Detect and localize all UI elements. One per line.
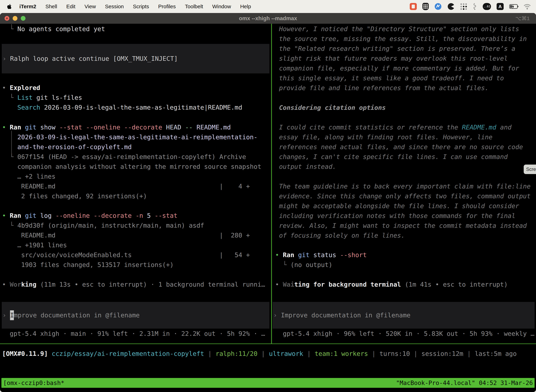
pane-right[interactable]: However, I noticed the "Directory Struct… [272, 24, 536, 344]
text-segment: slight risk that future readers may over… [275, 55, 508, 62]
text-segment: 2 files changed, 92 insertions(+) [2, 192, 147, 200]
terminal-line: including verification notes with those … [275, 211, 536, 221]
terminal-line: I could cite commit statistics or refere… [275, 122, 536, 132]
terminal-line: companion analysis without altering the … [2, 162, 271, 172]
window-title: omx --xhigh --madmax [0, 13, 536, 24]
disk-pie-icon[interactable] [447, 3, 455, 10]
dots-grid-icon[interactable] [460, 3, 467, 10]
text-segment: 4b9d30f (origin/main, instructkr/main, m… [17, 222, 204, 229]
terminal-line: • Ran git show --stat --oneline --decora… [2, 122, 271, 132]
tmux-status-bar: [omx-cczip0:bash* "MacBook-Pro-44.local"… [1, 378, 535, 388]
shield-grid-icon[interactable] [422, 3, 429, 10]
text-segment: companion file, especially if more comme… [275, 65, 519, 72]
omx-status-segment: session:12m [421, 350, 463, 357]
terminal-line: review. Also, I might want to inspect th… [275, 221, 536, 231]
apple-menu-icon[interactable] [7, 4, 12, 9]
wifi-icon[interactable] [523, 3, 531, 10]
text-segment: 2026-03-09-is-legal-the-same-as-legitima… [40, 104, 242, 111]
iterm-window: omx --xhigh --madmax ⌥⌘1 └ No agents com… [0, 13, 536, 392]
prompt-input[interactable]: › Improve documentation in @filename [2, 302, 269, 329]
text-segment: (1m 41s • esc to interrupt) [401, 281, 508, 288]
text-segment: --short [336, 251, 367, 258]
terminal-line: The team guideline is to back every impo… [275, 182, 536, 191]
tmux-session-label: [omx-cczip0:bash* [3, 378, 64, 388]
terminal-line: • Ran git status --short [275, 250, 536, 260]
terminal-line: output instead. [275, 162, 536, 172]
omx-status-segment: ultrawork [269, 350, 303, 357]
menu-item-window[interactable]: Window [212, 4, 231, 9]
text-segment: └ [2, 153, 17, 160]
text-segment: › [273, 310, 281, 320]
tmux-panes: └ No agents completed yet› Ralph loop ac… [0, 24, 536, 344]
text-segment: README.md | 280 + [2, 232, 250, 239]
text-segment: (no output) [291, 261, 332, 268]
text-segment: • [275, 251, 283, 258]
text-segment: No agents completed yet [17, 25, 105, 33]
text-segment: log [36, 212, 52, 219]
terminal-line: and-the-erosion-of-copyleft.md [2, 142, 271, 152]
terminal-line: └ No agents completed yet [2, 24, 271, 34]
terminal-line: └ 4b9d30f (origin/main, instructkr/main,… [2, 221, 271, 230]
menu-item-iterm2[interactable]: iTerm2 [19, 4, 36, 9]
text-segment: README.md [462, 124, 496, 131]
terminal-line: However, I noticed the "Directory Struct… [275, 24, 536, 34]
text-segment: • [2, 212, 10, 219]
menu-item-edit[interactable]: Edit [66, 4, 76, 9]
menu-item-scripts[interactable]: Scripts [133, 4, 149, 9]
text-segment: List [17, 94, 33, 101]
text-segment: Improve documentation in @filename [281, 310, 411, 320]
blue-badge-icon[interactable] [434, 3, 442, 10]
terminal-line: of focusing solely on file lines. [275, 231, 536, 240]
text-segment: └ [2, 222, 17, 229]
menu-item-view[interactable]: View [85, 4, 96, 9]
terminal-line: … +2 lines [2, 172, 271, 182]
a-app-icon[interactable]: A [497, 3, 504, 10]
terminal-line: 2 files changed, 92 insertions(+) [2, 191, 271, 201]
text-segment: changes, I can't cite specific file line… [275, 153, 508, 160]
menu-item-profiles[interactable]: Profiles [158, 4, 176, 9]
ralph-loop-input[interactable]: › Ralph loop active continue [OMX_TMUX_I… [2, 44, 269, 73]
text-segment: However, I noticed the "Directory Struct… [275, 25, 519, 33]
text-segment: and [496, 124, 512, 131]
omx-status-segment: | [303, 350, 315, 357]
terminal-line: • Ran git log --oneline --decorate -n 5 … [2, 211, 271, 221]
battery-charging-icon[interactable] [509, 4, 518, 9]
screen-share-button[interactable]: Scre [524, 165, 536, 174]
text-segment: └ [2, 94, 17, 101]
terminal-line: Search 2026-03-09-is-legal-the-same-as-l… [2, 103, 271, 112]
title-bar: omx --xhigh --madmax ⌥⌘1 [0, 13, 536, 24]
terminal-line: … +1901 lines [2, 240, 271, 250]
text-segment: provide file and line references from th… [275, 84, 489, 92]
terminal-line: changes, I can't cite specific file line… [275, 152, 536, 162]
text-segment: and-the-erosion-of-copyleft.md [2, 143, 132, 150]
prompt-input[interactable]: › Improve documentation in @filename [273, 302, 535, 329]
hook-icon[interactable] [473, 3, 477, 10]
terminal-line: essay file, along with finding root file… [275, 132, 536, 142]
text-segment: git [294, 251, 310, 258]
screenshot-chat-icon[interactable] [410, 3, 417, 10]
text-segment: Ran [10, 212, 21, 219]
text-segment: Search [17, 104, 40, 111]
menu-status-icons: ..61A [410, 3, 531, 10]
text-segment: I could cite commit statistics or refere… [275, 124, 462, 131]
pane-left[interactable]: └ No agents completed yet› Ralph loop ac… [0, 24, 271, 344]
menu-item-toolbelt[interactable]: Toolbelt [185, 4, 203, 9]
text-segment: … +1901 lines [2, 242, 67, 249]
text-segment: show [36, 124, 55, 131]
tmux-host-clock-label: "MacBook-Pro-44.local" 04:52 31-Mar-26 [396, 378, 533, 388]
text-segment: references need actual files, and since … [275, 143, 523, 150]
menu-item-session[interactable]: Session [105, 4, 124, 9]
text-segment: review. Also, I might want to inspect th… [275, 222, 527, 229]
menu-item-help[interactable]: Help [240, 4, 251, 9]
omx-status-line: [OMX#0.11.9] cczip/essay/ai-reimplementa… [2, 349, 517, 359]
text-segment: --oneline --decorate [52, 212, 132, 219]
omx-status-segment: cczip/essay/ai-reimplementation-copyleft [48, 350, 204, 357]
menu-items: iTerm2ShellEditViewSessionScriptsProfile… [19, 4, 251, 9]
menu-item-shell[interactable]: Shell [45, 4, 57, 9]
timer-badge-icon[interactable]: ..61 [483, 3, 491, 10]
omx-status-segment: ralph:11/20 [215, 350, 258, 357]
omx-status-segment: | [368, 350, 379, 357]
terminal-line: this single essay, it seems like a good … [275, 73, 536, 83]
omx-status-segment: last:5m ago [475, 350, 517, 357]
text-segment: Ran [10, 124, 21, 131]
